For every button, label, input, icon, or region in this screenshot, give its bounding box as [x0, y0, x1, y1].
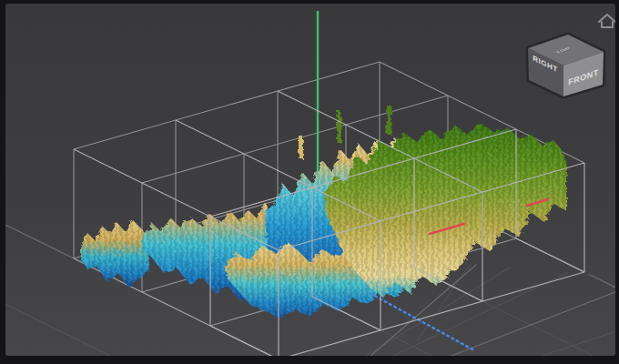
app-window: FRONT RIGHT TOP	[0, 0, 619, 364]
viewport-3d[interactable]: FRONT RIGHT TOP	[5, 4, 615, 356]
scene-canvas[interactable]: FRONT RIGHT TOP	[5, 4, 615, 356]
voxel-spike	[337, 111, 341, 144]
view-cube[interactable]: FRONT RIGHT TOP	[528, 35, 604, 96]
voxel-spike	[299, 136, 303, 158]
voxel-spike	[387, 106, 391, 135]
